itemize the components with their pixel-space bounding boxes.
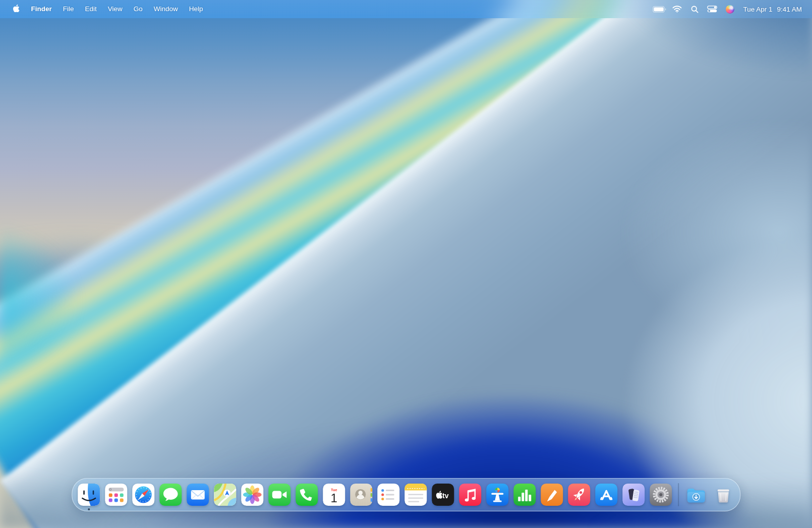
- dock-icon-appstore[interactable]: [595, 483, 618, 506]
- dock-icon-numbers[interactable]: [513, 483, 536, 506]
- dock-icon-safari[interactable]: [132, 483, 155, 506]
- svg-text:tv: tv: [442, 492, 449, 500]
- clock-date: Tue Apr 1: [743, 6, 772, 13]
- dock-icon-calendar[interactable]: Tue1: [322, 483, 345, 506]
- battery-icon[interactable]: [652, 3, 666, 15]
- apple-menu[interactable]: [7, 5, 26, 14]
- dock-icon-music[interactable]: [458, 483, 482, 506]
- siri-icon[interactable]: [723, 3, 737, 15]
- menu-window[interactable]: Window: [148, 0, 184, 18]
- dock-icon-photos[interactable]: [241, 483, 264, 506]
- apple-logo-icon: [13, 5, 20, 14]
- screen: FinderFileEditViewGoWindowHelp Tue Apr 1…: [0, 0, 812, 528]
- dock-icon-keynote[interactable]: [486, 483, 509, 506]
- menu-bar-clock[interactable]: Tue Apr 19:41 AM: [740, 6, 802, 13]
- dock-icon-finder[interactable]: [77, 483, 100, 506]
- dock-icon-trash[interactable]: [712, 483, 735, 506]
- menu-finder[interactable]: Finder: [26, 0, 57, 18]
- menu-bar: FinderFileEditViewGoWindowHelp Tue Apr 1…: [0, 0, 812, 18]
- finder-running-indicator: [88, 508, 90, 510]
- dock-icon-mail[interactable]: [186, 483, 209, 506]
- dock-icon-maps[interactable]: [213, 483, 237, 506]
- dock-icon-facetime[interactable]: [268, 483, 291, 506]
- dock-icon-games[interactable]: [567, 483, 591, 506]
- dock-icon-messages[interactable]: [159, 483, 182, 506]
- dock-divider: [678, 483, 679, 506]
- dock-icon-downloads[interactable]: [684, 483, 708, 506]
- spotlight-search-icon[interactable]: [687, 3, 702, 15]
- dock-icon-settings[interactable]: [649, 483, 672, 506]
- desktop-wallpaper: [0, 0, 812, 528]
- svg-text:1: 1: [331, 491, 337, 505]
- dock-icon-notes[interactable]: [404, 483, 427, 506]
- menu-go[interactable]: Go: [128, 0, 148, 18]
- dock-icon-reminders[interactable]: [377, 483, 400, 506]
- dock-icon-contacts[interactable]: [350, 483, 373, 506]
- menu-bar-status-area: Tue Apr 19:41 AM: [652, 3, 802, 15]
- menu-file[interactable]: File: [57, 0, 80, 18]
- control-center-icon[interactable]: [705, 3, 719, 15]
- clock-time: 9:41 AM: [777, 6, 802, 13]
- dock-icon-iphone-mirroring[interactable]: [622, 483, 645, 506]
- menu-edit[interactable]: Edit: [80, 0, 102, 18]
- menu-bar-left: FinderFileEditViewGoWindowHelp: [7, 0, 209, 18]
- dock-icon-pages[interactable]: [540, 483, 563, 506]
- dock-icon-tv[interactable]: tv: [431, 483, 454, 506]
- menu-view[interactable]: View: [102, 0, 128, 18]
- dock-icon-apps[interactable]: [104, 483, 128, 506]
- wifi-icon[interactable]: [670, 3, 684, 15]
- dock: Tue1tv: [72, 478, 740, 511]
- dock-icon-phone[interactable]: [295, 483, 318, 506]
- wallpaper-bottom-shadows: [0, 0, 812, 528]
- menu-help[interactable]: Help: [184, 0, 209, 18]
